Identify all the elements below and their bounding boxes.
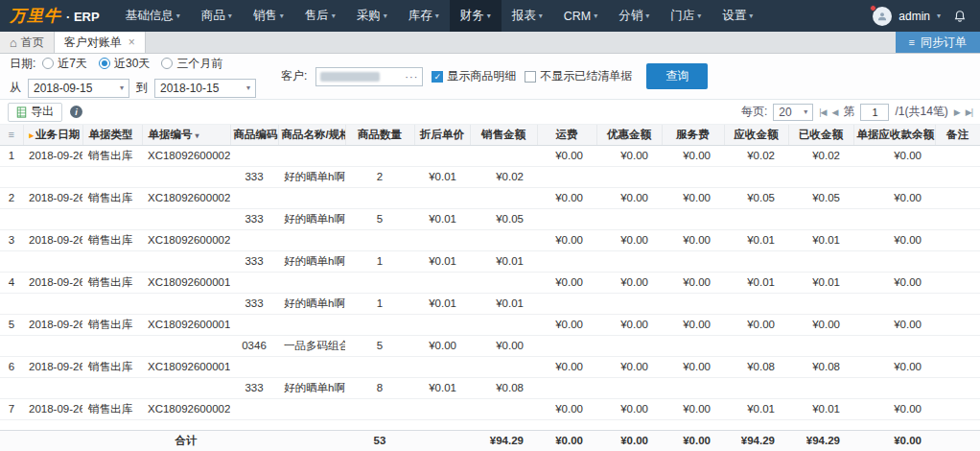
nav-item-销售[interactable]: 销售▾ xyxy=(243,0,294,32)
summary-discount: ¥0.00 xyxy=(596,430,662,451)
chevron-down-icon: ▾ xyxy=(176,12,180,20)
cell-service xyxy=(662,293,724,314)
cell-price xyxy=(414,272,470,293)
cell-pname: 好的晒单h啊是 xyxy=(278,250,345,272)
cell-received xyxy=(788,377,853,398)
doc-row[interactable]: 72018-09-26销售出库XC180926000020¥0.00¥0.00¥… xyxy=(0,398,980,419)
cell-pname: 好的晒单h啊是 xyxy=(278,166,345,187)
nav-item-财务[interactable]: 财务▾ xyxy=(450,0,502,32)
nav-item-门店[interactable]: 门店▾ xyxy=(660,0,712,32)
per-page-select[interactable]: 20 ▾ xyxy=(773,104,813,121)
cell-qty xyxy=(345,356,414,377)
doc-row[interactable]: 22018-09-26销售出库XC180926000022¥0.00¥0.00¥… xyxy=(0,187,980,208)
show-detail-checkbox[interactable]: ✓ 显示商品明细 xyxy=(432,68,516,84)
cell-date xyxy=(23,250,82,272)
cell-pname: 好的晒单h啊是 xyxy=(278,377,345,398)
cell-doctype: 销售出库 xyxy=(82,356,142,377)
cell-idx: 5 xyxy=(0,314,23,335)
nav-item-报表[interactable]: 报表▾ xyxy=(502,0,553,32)
show-detail-label: 显示商品明细 xyxy=(447,68,516,84)
cell-received xyxy=(788,293,853,314)
filter-panel: 日期: 近7天近30天三个月前 从 2018-09-15 ▾ 到 2018-10… xyxy=(0,54,980,100)
cell-received: ¥0.01 xyxy=(788,398,853,419)
cell-pcode: 333 xyxy=(230,208,278,229)
tab-customer-statement[interactable]: 客户对账单 × xyxy=(55,32,146,53)
cell-service: ¥0.00 xyxy=(662,272,724,293)
col-header-docno[interactable]: 单据编号▾ xyxy=(142,125,230,145)
chevron-down-icon: ▾ xyxy=(332,12,336,20)
cell-freight xyxy=(537,377,596,398)
cell-price xyxy=(414,398,470,419)
doc-row[interactable]: 62018-09-26销售出库XC180926000018¥0.00¥0.00¥… xyxy=(0,356,980,377)
date-radio-三个月前[interactable]: 三个月前 xyxy=(161,56,222,72)
cell-pcode: 333 xyxy=(230,377,278,398)
cell-date: 2018-09-26 xyxy=(23,187,82,208)
to-date-select[interactable]: 2018-10-15 ▾ xyxy=(154,79,256,98)
from-label: 从 xyxy=(10,80,21,96)
doc-row[interactable]: 42018-09-26销售出库XC180926000016¥0.00¥0.00¥… xyxy=(0,272,980,293)
first-page-button[interactable]: |◀ xyxy=(819,107,826,117)
cell-balance xyxy=(853,166,935,187)
from-date-select[interactable]: 2018-09-15 ▾ xyxy=(28,79,129,98)
checkbox-checked-icon: ✓ xyxy=(432,71,443,83)
date-radio-group: 近7天近30天三个月前 xyxy=(42,56,222,72)
tab-home[interactable]: ⌂ 首页 xyxy=(0,32,55,53)
detail-row: 333好的晒单h啊是5¥0.01¥0.05 xyxy=(0,208,980,229)
sync-orders-button[interactable]: ≡ 同步订单 xyxy=(896,32,980,53)
doc-row[interactable]: 12018-09-26销售出库XC180926000021¥0.00¥0.00¥… xyxy=(0,145,980,166)
cell-idx xyxy=(0,335,23,356)
cell-discount: ¥0.00 xyxy=(596,187,662,208)
cell-discount: ¥0.00 xyxy=(596,229,662,250)
date-radio-近30天[interactable]: 近30天 xyxy=(99,56,150,72)
cell-idx: 1 xyxy=(0,145,23,166)
avatar[interactable] xyxy=(873,7,892,26)
cell-pcode: 333 xyxy=(230,293,278,314)
cell-balance: ¥0.00 xyxy=(853,229,935,250)
col-header-received: 已收金额 xyxy=(788,125,853,145)
query-button[interactable]: 查询 xyxy=(646,63,708,89)
detail-row: 333好的晒单h啊是1¥0.01¥0.01 xyxy=(0,250,980,272)
nav-item-设置[interactable]: 设置▾ xyxy=(712,0,763,32)
nav-item-CRM[interactable]: CRM▾ xyxy=(553,0,608,32)
nav-item-售后[interactable]: 售后▾ xyxy=(294,0,346,32)
cell-remark xyxy=(935,398,980,419)
last-page-button[interactable]: ▶| xyxy=(966,107,972,117)
nav-item-商品[interactable]: 商品▾ xyxy=(191,0,243,32)
summary-balance: ¥0.00 xyxy=(853,430,935,451)
doc-row[interactable]: 32018-09-26销售出库XC180926000023¥0.00¥0.00¥… xyxy=(0,229,980,250)
cell-docno xyxy=(142,208,230,229)
col-header-balance: 单据应收款余额 xyxy=(853,125,935,145)
next-page-button[interactable]: ▶ xyxy=(954,107,960,117)
cell-received: ¥0.00 xyxy=(788,314,853,335)
export-label: 导出 xyxy=(31,104,54,120)
cell-qty: 5 xyxy=(345,335,414,356)
nav-item-库存[interactable]: 库存▾ xyxy=(398,0,450,32)
cell-pcode: 333 xyxy=(230,250,278,272)
export-button[interactable]: 导出 xyxy=(8,103,62,122)
customer-input[interactable]: ··· xyxy=(315,67,423,86)
page-input[interactable] xyxy=(860,104,889,121)
col-header-date[interactable]: ▸业务日期 xyxy=(23,125,82,145)
date-radio-近7天[interactable]: 近7天 xyxy=(42,56,87,72)
bell-icon[interactable] xyxy=(953,10,967,23)
nav-item-分销[interactable]: 分销▾ xyxy=(608,0,660,32)
info-icon[interactable]: i xyxy=(70,106,82,118)
nav-item-采购[interactable]: 采购▾ xyxy=(346,0,398,32)
customer-picker-button[interactable]: ··· xyxy=(405,71,418,83)
to-date-value: 2018-10-15 xyxy=(160,82,219,95)
nav-item-基础信息[interactable]: 基础信息▾ xyxy=(115,0,191,32)
cell-pname: 好的晒单h啊是 xyxy=(278,208,345,229)
close-tab-icon[interactable]: × xyxy=(128,36,135,49)
cell-idx: 7 xyxy=(0,398,23,419)
cell-qty: 8 xyxy=(345,377,414,398)
cell-service: ¥0.00 xyxy=(662,356,724,377)
col-header-price: 折后单价 xyxy=(414,125,470,145)
cell-remark xyxy=(935,293,980,314)
prev-page-button[interactable]: ◀ xyxy=(832,107,838,117)
chevron-down-icon: ▾ xyxy=(120,83,124,92)
cell-receivable xyxy=(724,208,788,229)
doc-row[interactable]: 52018-09-26销售出库XC180926000017¥0.00¥0.00¥… xyxy=(0,314,980,335)
hide-settled-checkbox[interactable]: 不显示已结清单据 xyxy=(525,68,632,84)
username[interactable]: admin xyxy=(898,10,930,23)
cell-discount xyxy=(596,293,662,314)
